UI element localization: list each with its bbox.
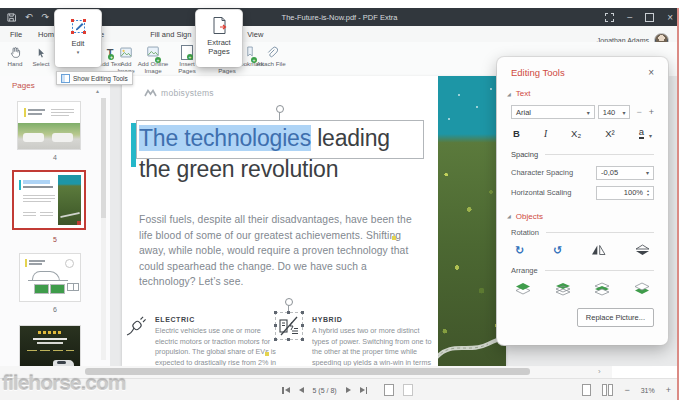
close-window-button[interactable]: × bbox=[667, 12, 673, 23]
horizontal-scaling-label: Horizontal Scaling bbox=[511, 188, 571, 197]
flip-horizontal-icon[interactable] bbox=[591, 244, 606, 256]
previous-page-button[interactable] bbox=[299, 387, 304, 393]
globe-badge: + bbox=[155, 57, 161, 63]
increase-font-button[interactable]: + bbox=[649, 107, 654, 117]
italic-button[interactable]: I bbox=[544, 129, 547, 139]
page-icon: + bbox=[181, 45, 193, 60]
zoom-out-button[interactable]: − bbox=[624, 385, 629, 395]
superscript-button[interactable]: X² bbox=[605, 128, 615, 139]
replace-picture-button[interactable]: Replace Picture... bbox=[577, 308, 654, 327]
tooltip-label: Show Editing Tools bbox=[73, 75, 128, 82]
spinner-icon[interactable]: ▴▾ bbox=[647, 189, 649, 197]
hand-tool-button[interactable]: Hand bbox=[2, 45, 28, 68]
add-online-image-button[interactable]: + Add Online Image bbox=[134, 45, 172, 75]
watermark: filehorse.com bbox=[2, 371, 126, 395]
spacing-label: Spacing bbox=[511, 150, 538, 159]
panel-toggle-icon bbox=[61, 74, 70, 83]
arrange-label: Arrange bbox=[511, 266, 538, 275]
headline-line1[interactable]: The technologies leading bbox=[139, 123, 390, 154]
minimize-button[interactable]: – bbox=[627, 12, 632, 22]
headline-selected-text[interactable]: The technologies bbox=[139, 125, 311, 151]
feature-heading-electric[interactable]: ELECTRIC bbox=[155, 316, 195, 323]
editing-tools-panel: Editing Tools × ◢Text Arial▾ 140▾ − + B … bbox=[497, 57, 668, 345]
maximize-button[interactable] bbox=[645, 13, 654, 22]
rotation-label: Rotation bbox=[511, 228, 539, 237]
attach-file-button[interactable]: Attach File bbox=[256, 45, 286, 68]
headline-rest-text[interactable]: leading bbox=[311, 125, 390, 151]
decrease-font-button[interactable]: − bbox=[636, 107, 641, 117]
hybrid-icon-selection-box[interactable] bbox=[275, 312, 303, 340]
horizontal-scrollbar-thumb[interactable] bbox=[85, 368, 530, 375]
font-size-select[interactable]: 140▾ bbox=[598, 105, 631, 119]
document-page: mobisystems The technologies leading the… bbox=[122, 76, 506, 366]
close-panel-icon[interactable]: × bbox=[648, 68, 654, 78]
chevron-down-icon: ▾ bbox=[643, 169, 649, 176]
character-spacing-label: Character Spacing bbox=[511, 168, 573, 177]
bold-button[interactable]: B bbox=[513, 128, 520, 139]
window-title: The-Future-is-Now.pdf - PDF Extra bbox=[0, 13, 679, 22]
page-indicator[interactable]: 5 (5 / 8) bbox=[313, 387, 337, 394]
menu-file[interactable]: File bbox=[0, 30, 30, 39]
send-backward-icon[interactable] bbox=[594, 282, 610, 296]
font-color-icon: a bbox=[639, 127, 644, 139]
forest-photo[interactable] bbox=[438, 76, 506, 366]
fullscreen-icon[interactable] bbox=[605, 13, 614, 22]
edit-callout-label: Edit bbox=[55, 40, 101, 49]
collapse-triangle-icon[interactable]: ◢ bbox=[507, 91, 511, 97]
rotate-handle-icon[interactable] bbox=[276, 105, 284, 113]
menu-bar: File Home Annotate Fill and Sign Protect… bbox=[0, 26, 679, 43]
thumbnail-page-4[interactable] bbox=[18, 102, 80, 149]
body-paragraph[interactable]: Fossil fuels, despite all their disadvan… bbox=[139, 212, 423, 290]
bring-forward-icon[interactable] bbox=[555, 282, 571, 296]
extract-pages-callout[interactable]: Extract Pages bbox=[196, 10, 242, 67]
pages-panel: Pages ▴ 4 bbox=[0, 76, 111, 366]
headline-line2[interactable]: the green revolution bbox=[139, 154, 338, 185]
first-page-button[interactable] bbox=[282, 387, 290, 394]
flip-vertical-icon[interactable] bbox=[635, 244, 650, 256]
scroll-right-icon[interactable]: › bbox=[598, 367, 601, 376]
pages-scrollbar[interactable] bbox=[101, 98, 106, 360]
panel-title: Editing Tools bbox=[511, 67, 565, 78]
yellow-marker-1 bbox=[392, 236, 396, 240]
page-thumb-icon[interactable] bbox=[403, 384, 413, 396]
rotate-handle-stem bbox=[279, 112, 280, 120]
zoom-in-button[interactable]: + bbox=[666, 385, 671, 395]
scroll-up-icon[interactable]: ▴ bbox=[96, 87, 99, 94]
yellow-marker-2 bbox=[265, 352, 269, 356]
chevron-down-icon: ▾ bbox=[584, 109, 590, 116]
two-page-view-icon[interactable] bbox=[602, 384, 613, 396]
thumbnail-label-5: 5 bbox=[0, 236, 110, 243]
font-color-button[interactable]: a ▾ bbox=[639, 127, 652, 139]
next-page-button[interactable] bbox=[346, 387, 351, 393]
title-bar: ↶ ↷ The-Future-is-Now.pdf - PDF Extra – … bbox=[0, 8, 679, 26]
rotate-cw-icon[interactable]: ↻ bbox=[515, 244, 524, 257]
bring-to-front-icon[interactable] bbox=[515, 282, 531, 296]
mobisystems-mark-icon bbox=[144, 88, 157, 98]
collapse-triangle-icon[interactable]: ◢ bbox=[507, 213, 511, 219]
thumbnail-page-6[interactable] bbox=[20, 254, 80, 301]
thumbnail-page-5-selected[interactable] bbox=[14, 172, 84, 228]
horizontal-scaling-stepper[interactable]: 100% ▴▾ bbox=[596, 186, 654, 200]
last-page-button[interactable] bbox=[360, 387, 368, 394]
image-icon bbox=[119, 46, 133, 59]
character-spacing-select[interactable]: -0,05▾ bbox=[596, 166, 654, 180]
fit-page-icon[interactable] bbox=[582, 384, 591, 396]
cursor-icon bbox=[35, 47, 47, 59]
select-tool-button[interactable]: Select bbox=[28, 45, 54, 68]
send-to-back-icon[interactable] bbox=[634, 282, 650, 296]
chevron-down-icon: ▾ bbox=[646, 132, 652, 139]
menu-fill-and-sign[interactable]: Fill and Sign bbox=[142, 30, 199, 39]
rotate-ccw-icon[interactable]: ↺ bbox=[553, 244, 562, 257]
road-curve bbox=[438, 306, 506, 366]
edit-callout[interactable]: Edit ▾ bbox=[55, 10, 101, 67]
subscript-button[interactable]: X₂ bbox=[571, 128, 581, 139]
edit-selection-icon bbox=[69, 17, 88, 36]
feature-heading-hybrid[interactable]: HYBRID bbox=[312, 316, 342, 323]
bookmark-icon bbox=[244, 45, 256, 58]
font-family-select[interactable]: Arial▾ bbox=[511, 105, 595, 119]
logo-text: mobisystems bbox=[161, 88, 214, 98]
menu-view[interactable]: View bbox=[239, 30, 271, 39]
electric-plug-icon bbox=[124, 314, 148, 338]
single-page-icon[interactable] bbox=[384, 384, 394, 396]
zoom-level[interactable]: 31% bbox=[641, 387, 655, 394]
